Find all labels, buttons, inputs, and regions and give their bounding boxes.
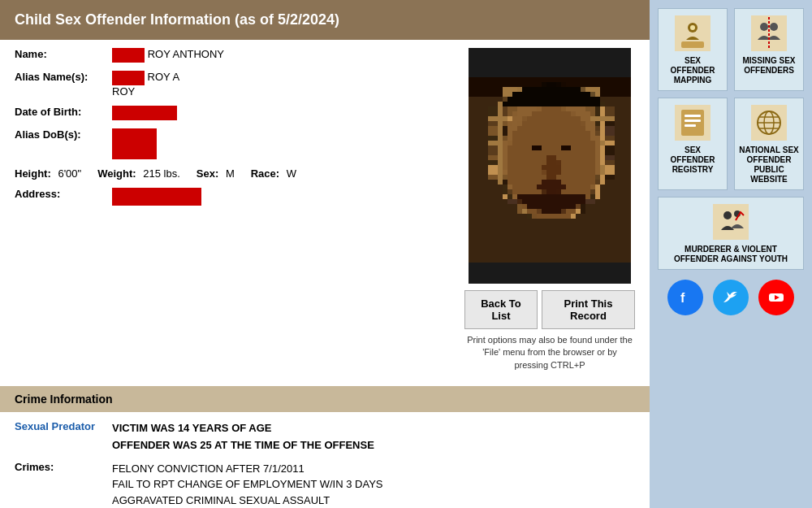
predator-desc-line1: VICTIM WAS 14 YEARS OF AGE (112, 420, 374, 437)
name-row: Name: ROY ANTHONY (15, 48, 456, 63)
alias-dob-redacted (112, 128, 157, 159)
info-section: Name: ROY ANTHONY Alias Name(s): ROY A R… (0, 40, 650, 380)
national-sex-offender-icon (749, 103, 788, 142)
crimes-label: Crimes: (15, 461, 112, 508)
twitter-icon[interactable] (713, 280, 749, 315)
page-title: Child Sex Offender Information (as of 5/… (15, 11, 339, 28)
sex-offender-registry-label: SEX OFFENDER REGISTRY (662, 145, 723, 175)
name-value: ROY ANTHONY (112, 48, 224, 63)
address-row: Address: (15, 188, 456, 206)
missing-sex-offenders-label: MISSING SEX OFFENDERS (738, 56, 800, 76)
sex-offender-mapping-label: SEX OFFENDER MAPPING (662, 56, 723, 85)
back-to-list-button[interactable]: Back To List (464, 290, 538, 329)
sex-value: M (226, 167, 235, 180)
national-sex-offender-label: NATIONAL SEX OFFENDER PUBLIC WEBSITE (738, 145, 800, 185)
murderer-violent-icon (711, 202, 750, 241)
race-label: Race: (251, 167, 279, 180)
youtube-icon[interactable] (758, 280, 794, 315)
race-container: Race: W (251, 167, 296, 180)
sidebar-item-national-sex-offender[interactable]: NATIONAL SEX OFFENDER PUBLIC WEBSITE (734, 98, 804, 190)
svg-rect-11 (685, 119, 701, 122)
alias-values: ROY A ROY (112, 71, 179, 98)
sidebar-item-missing-sex-offenders[interactable]: MISSING SEX OFFENDERS (734, 8, 804, 91)
sex-offender-mapping-icon (673, 14, 712, 53)
sex-container: Sex: M (197, 167, 235, 180)
crime-list-item: AGGRAVATED CRIMINAL SEXUAL ASSAULT (112, 493, 383, 508)
sex-offender-registry-icon (673, 103, 712, 142)
svg-rect-19 (713, 204, 749, 240)
crime-list-item: FELONY CONVICTION AFTER 7/1/2011 (112, 461, 383, 477)
print-note: Print options may also be found under th… (464, 334, 635, 371)
alias-name-label: Alias Name(s): (15, 71, 112, 83)
height-container: Height: 6'00" (15, 167, 81, 180)
dob-label: Date of Birth: (15, 106, 112, 118)
sidebar: SEX OFFENDER MAPPING MISSING SEX OFFENDE… (650, 0, 812, 508)
sidebar-grid: SEX OFFENDER MAPPING MISSING SEX OFFENDE… (658, 8, 804, 190)
alias-dob-label: Alias DoB(s): (15, 128, 112, 141)
svg-rect-3 (681, 41, 704, 48)
name-redacted (112, 48, 145, 63)
weight-value: 215 lbs. (143, 167, 180, 180)
sidebar-item-murderer-violent[interactable]: MURDERER & VIOLENT OFFENDER AGAINST YOUT… (658, 197, 804, 270)
physical-fields: Height: 6'00" Weight: 215 lbs. Sex: M Ra… (15, 167, 456, 180)
page-header: Child Sex Offender Information (as of 5/… (0, 0, 650, 40)
social-icons-row: f (667, 280, 794, 315)
crime-section-header: Crime Information (0, 386, 650, 412)
svg-point-2 (690, 25, 695, 30)
weight-label: Weight: (97, 167, 136, 180)
svg-point-5 (760, 23, 768, 31)
alias-name-row: Alias Name(s): ROY A ROY (15, 71, 456, 98)
address-label: Address: (15, 188, 112, 200)
svg-point-6 (770, 23, 778, 31)
crimes-row: Crimes: FELONY CONVICTION AFTER 7/1/2011… (15, 461, 635, 508)
address-value (112, 188, 201, 206)
height-value: 6'00" (58, 167, 81, 180)
info-left: Name: ROY ANTHONY Alias Name(s): ROY A R… (15, 48, 456, 371)
name-label: Name: (15, 48, 112, 60)
info-right: Back To List Print This Record Print opt… (456, 48, 635, 371)
height-label: Height: (15, 167, 51, 180)
crimes-list: FELONY CONVICTION AFTER 7/1/2011FAIL TO … (112, 461, 383, 508)
crime-details: Sexual Predator VICTIM WAS 14 YEARS OF A… (0, 412, 650, 508)
facebook-icon[interactable]: f (667, 280, 703, 315)
offender-photo (469, 48, 631, 284)
alias-value-2: ROY (112, 85, 179, 98)
missing-sex-offenders-icon (749, 14, 788, 53)
murderer-violent-label: MURDERER & VIOLENT OFFENDER AGAINST YOUT… (662, 245, 800, 264)
predator-label: Sexual Predator (15, 420, 112, 454)
dob-redacted (112, 106, 177, 120)
alias-dob-row: Alias DoB(s): (15, 128, 456, 159)
svg-text:f: f (680, 291, 685, 305)
alias1-redacted (112, 71, 145, 85)
dob-value (112, 106, 177, 120)
weight-container: Weight: 215 lbs. (97, 167, 180, 180)
dob-row: Date of Birth: (15, 106, 456, 120)
race-value: W (287, 167, 296, 180)
svg-rect-12 (685, 124, 696, 127)
predator-desc-line2: OFFENDER WAS 25 AT THE TIME OF THE OFFEN… (112, 437, 374, 454)
address-redacted (112, 188, 201, 206)
svg-rect-9 (681, 110, 704, 136)
sidebar-item-sex-offender-mapping[interactable]: SEX OFFENDER MAPPING (658, 8, 728, 91)
svg-point-20 (723, 211, 732, 219)
sex-label: Sex: (197, 167, 218, 180)
predator-desc: VICTIM WAS 14 YEARS OF AGE OFFENDER WAS … (112, 420, 374, 454)
print-record-button[interactable]: Print This Record (542, 290, 635, 329)
sidebar-item-sex-offender-registry[interactable]: SEX OFFENDER REGISTRY (658, 98, 728, 190)
predator-row: Sexual Predator VICTIM WAS 14 YEARS OF A… (15, 420, 635, 454)
alias-value-1: ROY A (112, 71, 179, 85)
svg-rect-10 (685, 115, 701, 117)
crime-list-item: FAIL TO RPT CHANGE OF EMPLOYMENT W/IN 3 … (112, 476, 383, 493)
main-content: Child Sex Offender Information (as of 5/… (0, 0, 650, 508)
action-buttons: Back To List Print This Record (464, 290, 635, 329)
alias-dob-value (112, 128, 157, 159)
